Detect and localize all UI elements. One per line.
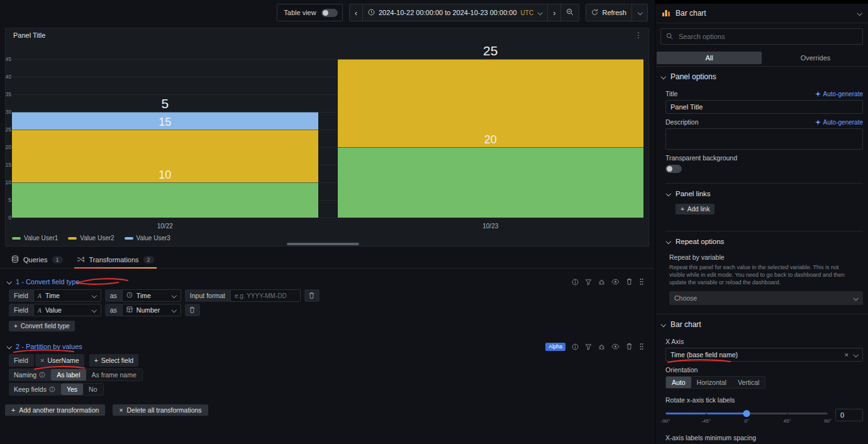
clock-icon bbox=[126, 292, 133, 299]
legend-item[interactable]: Value User3 bbox=[125, 235, 170, 241]
transparent-background-toggle[interactable] bbox=[665, 165, 682, 173]
repeat-by-variable-label: Repeat by variable bbox=[669, 253, 863, 261]
title-label: Title bbox=[665, 90, 677, 97]
add-link-button[interactable]: + Add link bbox=[676, 204, 715, 214]
filter-icon[interactable] bbox=[585, 343, 592, 350]
options-search-input[interactable] bbox=[677, 32, 857, 41]
input-format-field[interactable] bbox=[230, 289, 301, 302]
debug-icon[interactable] bbox=[598, 279, 605, 286]
repeat-options-header[interactable]: Repeat options bbox=[665, 231, 863, 249]
chevron-down-icon bbox=[172, 293, 177, 298]
remove-field-icon[interactable]: × bbox=[40, 357, 44, 364]
eye-icon[interactable] bbox=[611, 343, 620, 350]
delete-row-button[interactable] bbox=[185, 304, 200, 316]
transformation-2-title[interactable]: 2 - Partition by values bbox=[16, 343, 82, 350]
time-range-button[interactable]: 2024-10-22 00:00:00 to 2024-10-23 00:00:… bbox=[362, 4, 547, 21]
bar-segment[interactable] bbox=[338, 147, 644, 218]
naming-radio-group: As label As frame name bbox=[50, 369, 143, 381]
shuffle-icon bbox=[77, 256, 85, 264]
add-convert-field-type-button[interactable]: + Convert field type bbox=[9, 321, 75, 331]
trash-icon[interactable] bbox=[626, 343, 633, 350]
panel-title: Panel Title bbox=[13, 31, 45, 39]
panel-menu-icon[interactable]: ⋮ bbox=[635, 31, 642, 40]
collapse-chevron-icon[interactable] bbox=[6, 279, 11, 284]
orientation-auto-option[interactable]: Auto bbox=[666, 377, 691, 388]
slider-tick-label: 90° bbox=[824, 418, 832, 424]
add-convert-label: Convert field type bbox=[21, 323, 70, 330]
drag-handle-icon[interactable] bbox=[639, 343, 644, 350]
y-axis-tick-label: 40 bbox=[4, 74, 11, 80]
panel-links-header[interactable]: Panel links bbox=[665, 184, 863, 201]
clock-icon bbox=[368, 9, 375, 17]
keep-fields-yes-option[interactable]: Yes bbox=[61, 384, 83, 395]
bar-chart-section-header[interactable]: Bar chart bbox=[655, 314, 868, 333]
drag-handle-icon[interactable] bbox=[639, 278, 644, 286]
options-search[interactable] bbox=[660, 28, 863, 45]
table-view-toggle[interactable] bbox=[321, 9, 338, 17]
red-annotation-underline bbox=[667, 358, 732, 364]
tab-transformations[interactable]: Transformations 2 bbox=[70, 252, 160, 268]
type-select-number[interactable]: Number bbox=[122, 304, 181, 316]
zoom-out-time-button[interactable] bbox=[560, 4, 579, 21]
refresh-interval-dropdown[interactable] bbox=[632, 4, 647, 21]
transformations-count-badge: 2 bbox=[143, 256, 154, 264]
slider-handle[interactable] bbox=[743, 410, 750, 417]
bar-segment[interactable] bbox=[12, 182, 318, 218]
transparent-background-label: Transparent background bbox=[665, 154, 863, 162]
auto-generate-title-link[interactable]: Auto-generate bbox=[815, 91, 863, 97]
refresh-label: Refresh bbox=[602, 9, 626, 16]
eye-icon[interactable] bbox=[611, 279, 620, 285]
x-axis-tick-label: 10/22 bbox=[157, 223, 173, 230]
transformation-1-actions bbox=[572, 278, 648, 286]
panel-title-input[interactable] bbox=[665, 100, 863, 114]
panel-options-section: Panel options Title Auto-generate Descri… bbox=[655, 67, 868, 305]
rotate-value-input[interactable] bbox=[835, 409, 863, 421]
orientation-horizontal-option[interactable]: Horizontal bbox=[691, 377, 732, 388]
naming-as-frame-name-option[interactable]: As frame name bbox=[86, 369, 142, 380]
delete-row-button[interactable] bbox=[304, 289, 320, 302]
time-shift-back-button[interactable]: ‹ bbox=[350, 4, 362, 21]
field-select-value[interactable]: A Value bbox=[33, 304, 101, 316]
keep-fields-no-option[interactable]: No bbox=[83, 384, 103, 395]
horizontal-scrollbar[interactable] bbox=[287, 243, 359, 245]
convert-row-1: Field A Time as Time Input format bbox=[9, 289, 648, 302]
tab-queries[interactable]: Queries 1 bbox=[5, 252, 69, 268]
refresh-group: Refresh bbox=[586, 4, 648, 21]
visualization-picker[interactable]: Bar chart bbox=[655, 4, 868, 23]
clear-icon[interactable]: × bbox=[845, 351, 849, 358]
info-icon[interactable] bbox=[572, 279, 579, 286]
select-field-button[interactable]: + Select field bbox=[89, 354, 139, 367]
transformation-1-title[interactable]: 1 - Convert field type bbox=[16, 278, 80, 286]
type-select-time[interactable]: Time bbox=[122, 289, 181, 302]
trash-icon[interactable] bbox=[626, 278, 633, 286]
panel-options-section-header[interactable]: Panel options bbox=[655, 67, 868, 86]
legend-item[interactable]: Value User1 bbox=[12, 235, 58, 241]
naming-as-label-option[interactable]: As label bbox=[51, 369, 86, 380]
bar-chart-icon bbox=[662, 9, 670, 18]
delete-all-transformations-button[interactable]: × Delete all transformations bbox=[113, 404, 208, 416]
description-textarea[interactable] bbox=[665, 128, 863, 150]
field-select-time[interactable]: A Time bbox=[33, 289, 101, 302]
repeat-variable-select[interactable]: Choose bbox=[669, 291, 863, 305]
orientation-vertical-option[interactable]: Vertical bbox=[732, 377, 765, 388]
options-tab-overrides[interactable]: Overrides bbox=[763, 50, 868, 66]
refresh-button[interactable]: Refresh bbox=[586, 4, 632, 21]
collapse-chevron-icon[interactable] bbox=[6, 344, 11, 349]
repeat-placeholder: Choose bbox=[674, 294, 697, 302]
info-icon[interactable] bbox=[572, 343, 579, 350]
y-axis-tick-label: 20 bbox=[4, 144, 11, 150]
filter-icon[interactable] bbox=[585, 279, 592, 286]
time-picker-group: ‹ 2024-10-22 00:00:00 to 2024-10-23 00:0… bbox=[349, 4, 580, 21]
x-axis-select[interactable]: Time (base field name) × bbox=[665, 348, 863, 362]
debug-icon[interactable] bbox=[598, 343, 605, 350]
auto-generate-description-link[interactable]: Auto-generate bbox=[815, 119, 863, 126]
rotate-slider[interactable]: -90° -45° 0° 45° 90° bbox=[665, 410, 828, 426]
time-shift-forward-button[interactable]: › bbox=[547, 4, 560, 21]
field-chip-username[interactable]: × UserName bbox=[35, 354, 84, 367]
x-axis-tick-label: 10/23 bbox=[482, 223, 498, 230]
options-tab-all[interactable]: All bbox=[657, 52, 762, 64]
add-another-transformation-button[interactable]: + Add another transformation bbox=[5, 404, 105, 416]
legend-item[interactable]: Value User2 bbox=[68, 235, 114, 241]
database-icon bbox=[11, 255, 19, 264]
y-axis-tick-label: 35 bbox=[4, 91, 11, 97]
